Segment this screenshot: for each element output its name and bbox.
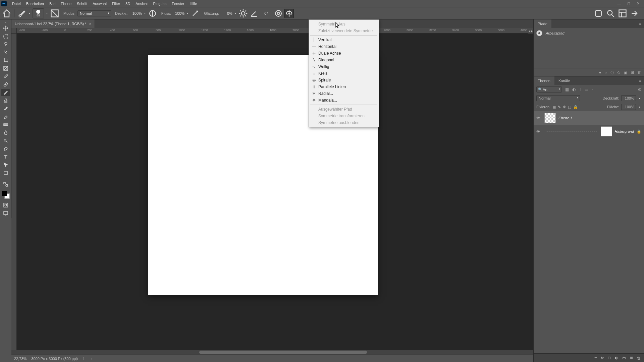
menu-plugins[interactable]: Plug-ins — [150, 1, 169, 6]
blend-mode-dropdown[interactable]: Normal — [536, 95, 580, 101]
menu-hilfe[interactable]: Hilfe — [187, 1, 200, 6]
status-zoom[interactable]: 22,73% — [14, 357, 26, 361]
add-mask-icon[interactable]: ▣ — [624, 70, 627, 75]
menu-ansicht[interactable]: Ansicht — [133, 1, 150, 6]
ruler-collapse-left-icon[interactable]: ◂ — [528, 28, 531, 34]
type-tool[interactable] — [1, 153, 10, 161]
lock-artboard-icon[interactable]: ▢ — [568, 105, 571, 109]
horizontal-scrollbar[interactable] — [11, 350, 533, 355]
pressure-opacity-icon[interactable] — [148, 9, 157, 18]
layer-row[interactable]: 👁Ebene 1 — [534, 111, 644, 125]
fill-path-icon[interactable]: ● — [599, 70, 601, 75]
symmetry-recent[interactable]: Zuletzt verwendete Symmetrie — [309, 27, 379, 34]
layer-fx-icon[interactable]: fx — [601, 356, 604, 360]
magic-wand-tool[interactable] — [1, 49, 10, 56]
filter-toggle-icon[interactable]: ⊘ — [638, 87, 641, 92]
tab-ebenen[interactable]: Ebenen — [534, 76, 554, 85]
layers-panel-menu-icon[interactable]: ≡ — [637, 79, 644, 83]
workspace-icon[interactable] — [618, 9, 627, 18]
status-arrow-icon[interactable]: 〉 — [83, 356, 86, 361]
status-doc-info[interactable]: 3000 Px x 3000 Px (300 ppi) — [31, 357, 78, 361]
toolbar-more-icon[interactable]: ⋯ — [4, 177, 7, 180]
menu-ebene[interactable]: Ebene — [58, 1, 74, 6]
symmetry-off[interactable]: Symmetrie Aus — [309, 21, 379, 27]
filter-pixel-icon[interactable]: ▦ — [565, 87, 569, 92]
smoothing-input[interactable]: 0% — [221, 11, 232, 15]
lock-paint-icon[interactable]: ✎ — [558, 105, 561, 109]
new-path-icon[interactable]: ⊞ — [631, 70, 634, 75]
layer-fill-input[interactable]: 100% — [621, 104, 636, 110]
symmetry-option[interactable]: ⎮Vertikal — [309, 37, 379, 43]
path-item[interactable]: Arbeitspfad — [534, 28, 644, 38]
flow-dropdown[interactable]: ▾ — [186, 12, 189, 15]
mode-dropdown[interactable]: Normal — [77, 10, 111, 16]
menu-datei[interactable]: Datei — [9, 1, 23, 6]
path-to-selection-icon[interactable]: ◌ — [610, 70, 614, 75]
gradient-tool[interactable] — [1, 121, 10, 128]
filter-shape-icon[interactable]: ▭ — [585, 87, 588, 92]
link-layers-icon[interactable]: ⚯ — [594, 356, 597, 360]
layer-row[interactable]: 👁Hintergrund🔒 — [534, 125, 644, 138]
toolbar-collapse-icon[interactable]: » — [4, 21, 7, 24]
layer-group-icon[interactable]: 🗀 — [622, 356, 626, 360]
brush-preview[interactable]: 89 — [33, 8, 44, 18]
angle-input[interactable]: 0° — [260, 11, 268, 15]
window-minimize-icon[interactable]: — — [616, 1, 623, 6]
home-icon[interactable] — [2, 9, 11, 18]
symmetry-option[interactable]: —Horizontal — [309, 43, 379, 50]
symmetry-selected-path[interactable]: Ausgewählter Pfad — [309, 106, 379, 113]
healing-tool[interactable] — [1, 81, 10, 88]
share-icon[interactable] — [630, 9, 639, 18]
layer-filter-dropdown[interactable]: Art — [536, 86, 562, 93]
hand-zoom-tool[interactable] — [1, 181, 10, 188]
lasso-tool[interactable] — [1, 41, 10, 48]
tab-pfade[interactable]: Pfade — [534, 19, 551, 28]
blur-tool[interactable] — [1, 129, 10, 136]
symmetry-option[interactable]: ◎Spirale — [309, 77, 379, 83]
layer-thumb[interactable] — [601, 126, 612, 136]
tool-preset-dropdown[interactable]: ▾ — [28, 12, 31, 15]
window-close-icon[interactable]: ✕ — [635, 1, 641, 6]
layer-thumb[interactable] — [544, 113, 556, 123]
screen-mode-tool[interactable] — [1, 209, 10, 217]
marquee-tool[interactable] — [1, 33, 10, 40]
menu-bearbeiten[interactable]: Bearbeiten — [23, 1, 47, 6]
symmetry-option[interactable]: ╲Diagonal — [309, 57, 379, 63]
smoothing-options-icon[interactable] — [238, 9, 248, 18]
symmetry-hide[interactable]: Symmetrie ausblenden — [309, 119, 379, 126]
make-path-icon[interactable]: ◇ — [617, 70, 620, 75]
new-layer-icon[interactable]: ⊞ — [630, 356, 633, 360]
layer-visibility-icon[interactable]: 👁 — [536, 116, 542, 120]
window-maximize-icon[interactable]: ◻ — [625, 1, 632, 6]
shape-tool[interactable] — [1, 169, 10, 177]
layer-mask-icon[interactable]: ◻ — [608, 356, 611, 360]
ruler-horizontal[interactable]: -400-20002004006008001000120014001600180… — [17, 28, 533, 34]
layer-visibility-icon[interactable]: 👁 — [536, 129, 542, 133]
symmetry-option[interactable]: ⦀Parallele Linien — [309, 83, 379, 90]
ruler-collapse-right-icon[interactable]: ▸ — [531, 28, 533, 34]
pressure-size-icon[interactable] — [274, 9, 283, 18]
opacity-input[interactable]: 100% — [130, 11, 142, 15]
filter-smart-icon[interactable]: ▫ — [592, 87, 593, 92]
menu-auswahl[interactable]: Auswahl — [90, 1, 109, 6]
filter-type-icon[interactable]: T — [579, 87, 581, 92]
eraser-tool[interactable] — [1, 113, 10, 120]
menu-filter[interactable]: Filter — [109, 1, 123, 6]
layer-name[interactable]: Ebene 1 — [558, 116, 572, 120]
symmetry-button[interactable] — [284, 9, 294, 18]
ruler-vertical[interactable] — [11, 34, 17, 352]
brush-tool-icon[interactable] — [17, 9, 26, 18]
layer-name[interactable]: Hintergrund — [615, 129, 634, 133]
canvas-area[interactable] — [17, 34, 533, 352]
symmetry-option[interactable]: ○Kreis — [309, 70, 379, 77]
opacity-dropdown[interactable]: ▾ — [143, 12, 147, 15]
symmetry-option[interactable]: ❋Mandala... — [309, 97, 379, 104]
airbrush-icon[interactable] — [191, 9, 200, 18]
stamp-tool[interactable] — [1, 97, 10, 104]
close-tab-icon[interactable]: × — [89, 22, 91, 26]
layer-lock-icon[interactable]: 🔒 — [637, 129, 641, 134]
layer-opacity-dropdown[interactable]: ▾ — [638, 97, 641, 100]
smoothing-dropdown[interactable]: ▾ — [234, 12, 237, 15]
search-icon[interactable] — [606, 9, 615, 18]
lock-position-icon[interactable]: ✥ — [563, 105, 566, 109]
